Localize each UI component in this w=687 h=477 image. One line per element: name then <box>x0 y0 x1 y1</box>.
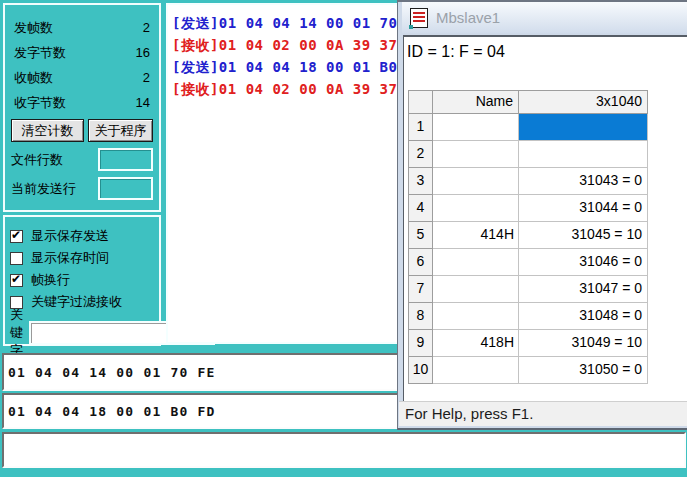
value-cell[interactable]: 31048 = 0 <box>519 303 648 330</box>
register-grid: Name 3x1040 1 2 <box>408 90 648 384</box>
column-header-register[interactable]: 3x1040 <box>519 91 648 114</box>
checkbox-keyword-filter[interactable] <box>10 296 23 309</box>
stat-value-recv-bytes: 14 <box>136 95 150 110</box>
id-function-header: ID = 1: F = 04 <box>404 37 687 61</box>
checkbox-show-save-time-label: 显示保存时间 <box>31 249 109 267</box>
stat-label-sent-bytes: 发字节数 <box>14 44 66 62</box>
table-row: 3 31043 = 0 <box>409 168 648 195</box>
file-lines-label: 文件行数 <box>11 151 63 169</box>
name-cell[interactable] <box>433 114 519 141</box>
table-row: 5 414H 31045 = 10 <box>409 222 648 249</box>
row-number-cell[interactable]: 3 <box>409 168 433 195</box>
table-row: 6 31046 = 0 <box>409 249 648 276</box>
stats-panel: 发帧数 2 发字节数 16 收帧数 2 收字节数 14 清空计数 关于程序 文件… <box>3 3 161 212</box>
value-cell[interactable] <box>519 141 648 168</box>
value-cell[interactable]: 31044 = 0 <box>519 195 648 222</box>
options-panel: 显示保存发送 显示保存时间 帧换行 关键字过滤接收 关键字 <box>3 215 161 346</box>
name-cell[interactable] <box>433 249 519 276</box>
name-cell[interactable] <box>433 195 519 222</box>
name-cell[interactable]: 414H <box>433 222 519 249</box>
log-line: [发送]01 04 04 14 00 01 70 FE <box>172 13 400 35</box>
log-line: [发送]01 04 04 18 00 01 B0 FD <box>172 57 400 79</box>
name-cell[interactable]: 418H <box>433 330 519 357</box>
window-title-bar[interactable]: Mbslave1 <box>402 2 687 33</box>
stat-value-recv-frames: 2 <box>143 70 150 85</box>
table-row: 2 <box>409 141 648 168</box>
row-number-cell[interactable]: 6 <box>409 249 433 276</box>
table-row: 1 <box>409 114 648 141</box>
mbslave-client-area: ID = 1: F = 04 Name 3x1040 1 2 <box>403 35 687 401</box>
stat-row: 发字节数 16 <box>11 40 153 65</box>
log-line: [接收]01 04 02 00 0A 39 37 <box>172 35 400 57</box>
row-number-cell[interactable]: 5 <box>409 222 433 249</box>
table-row: 9 418H 31049 = 10 <box>409 330 648 357</box>
value-cell[interactable]: 31050 = 0 <box>519 357 648 384</box>
checkbox-show-save-time[interactable] <box>10 252 23 265</box>
row-number-cell[interactable]: 2 <box>409 141 433 168</box>
row-number-cell[interactable]: 10 <box>409 357 433 384</box>
stat-label-sent-frames: 发帧数 <box>14 19 53 37</box>
corner-header-cell[interactable] <box>409 91 433 114</box>
row-number-cell[interactable]: 9 <box>409 330 433 357</box>
name-cell[interactable] <box>433 168 519 195</box>
row-number-cell[interactable]: 1 <box>409 114 433 141</box>
send-line-3-input[interactable] <box>2 432 686 468</box>
file-lines-field[interactable] <box>98 148 153 171</box>
log-line: [接收]01 04 02 00 0A 39 37 <box>172 79 400 101</box>
row-number-cell[interactable]: 4 <box>409 195 433 222</box>
table-row: 7 31047 = 0 <box>409 276 648 303</box>
stat-label-recv-bytes: 收字节数 <box>14 94 66 112</box>
value-cell[interactable] <box>519 114 648 141</box>
table-row: 4 31044 = 0 <box>409 195 648 222</box>
name-cell[interactable] <box>433 357 519 384</box>
checkbox-show-save-send[interactable] <box>10 230 23 243</box>
column-header-name[interactable]: Name <box>433 91 519 114</box>
table-row: 8 31048 = 0 <box>409 303 648 330</box>
table-row: 10 31050 = 0 <box>409 357 648 384</box>
name-cell[interactable] <box>433 276 519 303</box>
value-cell[interactable]: 31047 = 0 <box>519 276 648 303</box>
keyword-label: 关键字 <box>10 306 23 360</box>
name-cell[interactable] <box>433 141 519 168</box>
checkbox-frame-newline[interactable] <box>10 274 23 287</box>
value-cell[interactable]: 31049 = 10 <box>519 330 648 357</box>
value-cell[interactable]: 31046 = 0 <box>519 249 648 276</box>
stat-label-recv-frames: 收帧数 <box>14 69 53 87</box>
row-number-cell[interactable]: 7 <box>409 276 433 303</box>
about-button[interactable]: 关于程序 <box>88 119 153 142</box>
grid-header-row: Name 3x1040 <box>409 91 648 114</box>
clear-count-button[interactable]: 清空计数 <box>11 119 84 142</box>
log-area[interactable]: [发送]01 04 04 14 00 01 70 FE [接收]01 04 02… <box>166 3 404 344</box>
stat-row: 发帧数 2 <box>11 15 153 40</box>
current-send-line-field[interactable] <box>98 177 153 200</box>
stat-row: 收字节数 14 <box>11 90 153 115</box>
checkbox-keyword-filter-label: 关键字过滤接收 <box>31 293 122 311</box>
window-title: Mbslave1 <box>436 9 500 26</box>
status-bar: For Help, press F1. <box>399 401 687 426</box>
value-cell[interactable]: 31045 = 10 <box>519 222 648 249</box>
row-number-cell[interactable]: 8 <box>409 303 433 330</box>
grid-body: 1 2 3 31043 = 0 <box>409 114 648 384</box>
stat-row: 收帧数 2 <box>11 65 153 90</box>
stat-value-sent-bytes: 16 <box>136 45 150 60</box>
mbslave-doc-icon[interactable] <box>410 8 428 28</box>
checkbox-show-save-send-label: 显示保存发送 <box>31 227 109 245</box>
name-cell[interactable] <box>433 303 519 330</box>
stat-value-sent-frames: 2 <box>143 20 150 35</box>
mbslave-window: Mbslave1 ID = 1: F = 04 Name 3x1040 1 <box>397 0 687 430</box>
checkbox-frame-newline-label: 帧换行 <box>31 271 70 289</box>
current-send-line-label: 当前发送行 <box>11 180 76 198</box>
value-cell[interactable]: 31043 = 0 <box>519 168 648 195</box>
